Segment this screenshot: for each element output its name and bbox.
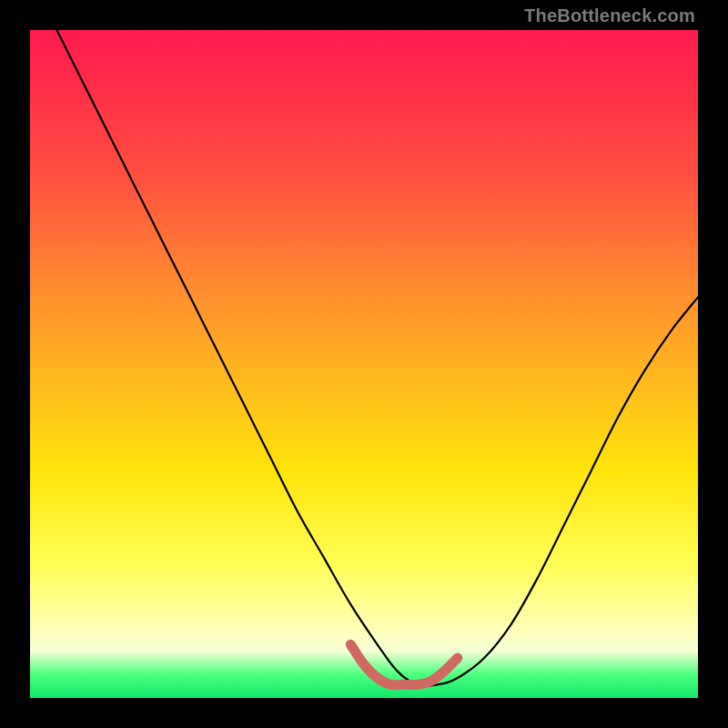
plot-area [30, 30, 698, 698]
bottleneck-curve-svg [30, 30, 698, 698]
valley-highlight [350, 644, 458, 685]
bottleneck-curve [56, 30, 698, 686]
chart-frame: TheBottleneck.com [0, 0, 728, 728]
attribution-label: TheBottleneck.com [524, 5, 695, 26]
